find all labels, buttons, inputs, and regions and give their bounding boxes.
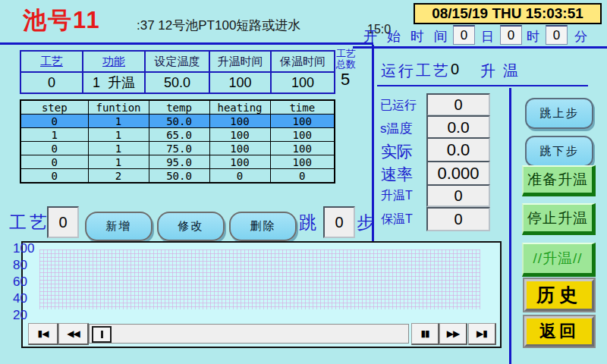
cell: 100 bbox=[209, 115, 270, 128]
cell: 0 bbox=[209, 169, 270, 184]
datetime-display: 08/15/19 THU 15:03:51 bbox=[414, 3, 602, 24]
set-temp-value: 50.0 bbox=[145, 72, 209, 93]
cell: 50.0 bbox=[149, 115, 209, 128]
scroll-last-button[interactable]: ▶▮ bbox=[468, 323, 496, 345]
cell: 2 bbox=[88, 169, 149, 184]
hold-t-value: 0 bbox=[426, 207, 490, 231]
elapsed-label: 已运行 bbox=[380, 98, 417, 114]
rate-value: 0.000 bbox=[426, 161, 490, 187]
cell: 100 bbox=[270, 155, 335, 169]
step-row[interactable]: 1 1 65.0 100 100 bbox=[20, 128, 335, 142]
divider-vertical-buttons bbox=[509, 88, 511, 364]
cell: 0 bbox=[20, 169, 88, 184]
cell: 1 bbox=[88, 155, 149, 169]
y-tick-20: 20 bbox=[13, 308, 27, 323]
cell: 1 bbox=[88, 115, 149, 128]
set-temp-display: 0.0 bbox=[426, 115, 490, 139]
cell: 1 bbox=[88, 142, 149, 155]
step-row[interactable]: 0 1 75.0 100 100 bbox=[20, 142, 335, 155]
craft-edit-label: 工艺 bbox=[9, 211, 50, 234]
col-function: 功能 bbox=[83, 51, 145, 72]
run-craft-state: 升温 bbox=[480, 61, 526, 81]
cell: 0 bbox=[20, 155, 88, 169]
col-step: step bbox=[20, 100, 88, 115]
heating-status-button[interactable]: //升温// bbox=[522, 243, 596, 277]
back-button[interactable]: 返回 bbox=[524, 316, 594, 347]
actual-value: 0.0 bbox=[426, 137, 490, 162]
start-hour-unit: 时 bbox=[527, 28, 539, 46]
step-row[interactable]: 0 2 50.0 0 0 bbox=[20, 169, 335, 184]
col-temp: temp bbox=[149, 100, 209, 115]
start-hour-input[interactable]: 0 bbox=[500, 25, 522, 45]
heat-t-label: 升温T bbox=[381, 188, 413, 204]
col-funtion: funtion bbox=[88, 100, 149, 115]
col-heating: heating bbox=[209, 100, 270, 115]
alarm-marquee-text: :37 12号池PT100短路或进水 bbox=[137, 17, 300, 34]
cell: 50.0 bbox=[149, 169, 209, 184]
cell: 1 bbox=[88, 128, 149, 142]
start-day-unit: 日 bbox=[481, 28, 494, 46]
divider-top-right bbox=[353, 46, 607, 49]
step-table-header-row: step funtion temp heating time bbox=[20, 100, 335, 115]
stop-heating-button[interactable]: 停止升温 bbox=[522, 203, 596, 235]
step-table: step funtion temp heating time 0 1 50.0 … bbox=[20, 99, 335, 184]
set-temp-label: s温度 bbox=[380, 120, 413, 137]
chart-scrollbar[interactable] bbox=[89, 324, 409, 344]
cell: 100 bbox=[209, 128, 270, 142]
delete-button[interactable]: 删除 bbox=[229, 212, 297, 241]
step-row[interactable]: 0 1 95.0 100 100 bbox=[20, 155, 335, 169]
col-craft: 工艺 bbox=[20, 51, 83, 72]
heat-time-value: 100 bbox=[209, 72, 271, 93]
function-name: 升温 bbox=[108, 75, 135, 90]
y-tick-60: 60 bbox=[13, 275, 27, 290]
function-number: 1 bbox=[93, 75, 100, 90]
cell: 95.0 bbox=[149, 155, 209, 169]
craft-total-value: 5 bbox=[341, 70, 350, 89]
start-minute-input[interactable]: 0 bbox=[546, 25, 568, 45]
process-table-header-row: 工艺 功能 设定温度 升温时间 保温时间 bbox=[20, 51, 335, 72]
scroll-forward-button[interactable]: ▶▶ bbox=[439, 323, 467, 345]
actual-label: 实际 bbox=[381, 141, 413, 162]
trend-chart: ▮◀ ◀◀ ▮▮ ▶▶ ▶▮ bbox=[21, 241, 502, 348]
modify-button[interactable]: 修改 bbox=[157, 212, 225, 241]
craft-edit-input[interactable]: 0 bbox=[47, 206, 79, 238]
jump-up-button[interactable]: 跳上步 bbox=[525, 98, 593, 129]
function-value: 1 升温 bbox=[83, 72, 145, 93]
col-set-temp: 设定温度 bbox=[145, 51, 209, 72]
heat-t-value: 0 bbox=[426, 184, 490, 207]
step-unit-label: 步 bbox=[357, 211, 374, 234]
cell: 65.0 bbox=[149, 128, 209, 142]
cell: 100 bbox=[209, 142, 270, 155]
jump-step-input[interactable]: 0 bbox=[323, 206, 355, 238]
add-button[interactable]: 新增 bbox=[85, 212, 153, 241]
cell: 100 bbox=[270, 115, 335, 128]
cell: 0 bbox=[270, 169, 335, 184]
cell: 100 bbox=[270, 128, 335, 142]
hold-t-label: 保温T bbox=[381, 212, 413, 228]
cell: 75.0 bbox=[149, 142, 209, 155]
cell: 0 bbox=[20, 142, 88, 155]
rate-label: 速率 bbox=[381, 164, 413, 185]
prepare-heating-button[interactable]: 准备升温 bbox=[522, 165, 596, 196]
col-time: time bbox=[270, 100, 335, 115]
step-row-selected[interactable]: 0 1 50.0 100 100 bbox=[20, 115, 335, 128]
history-button[interactable]: 历史 bbox=[524, 279, 594, 311]
scroll-pause-button[interactable]: ▮▮ bbox=[411, 323, 439, 345]
scroll-first-button[interactable]: ▮◀ bbox=[28, 323, 58, 345]
scrollbar-thumb-icon[interactable] bbox=[92, 326, 112, 343]
start-time-label: 开 始 时 间 : bbox=[363, 27, 464, 46]
jump-down-button[interactable]: 跳下步 bbox=[525, 136, 593, 167]
start-day-input[interactable]: 0 bbox=[453, 25, 475, 45]
craft-total-label: 工艺 总数 bbox=[336, 49, 356, 70]
divider-top-left bbox=[0, 42, 373, 45]
scroll-rewind-button[interactable]: ◀◀ bbox=[58, 323, 89, 345]
col-hold-time: 保温时间 bbox=[271, 51, 335, 72]
col-heat-time: 升温时间 bbox=[209, 51, 271, 72]
process-table: 工艺 功能 设定温度 升温时间 保温时间 0 1 升温 50.0 100 100 bbox=[20, 50, 335, 94]
process-table-value-row[interactable]: 0 1 升温 50.0 100 100 bbox=[20, 72, 335, 93]
cell: 1 bbox=[20, 128, 88, 142]
pool-number-title: 池号11 bbox=[23, 5, 101, 36]
jump-label: 跳 bbox=[299, 211, 316, 234]
run-panel-divider bbox=[377, 85, 588, 86]
run-craft-value: 0 bbox=[451, 61, 459, 78]
